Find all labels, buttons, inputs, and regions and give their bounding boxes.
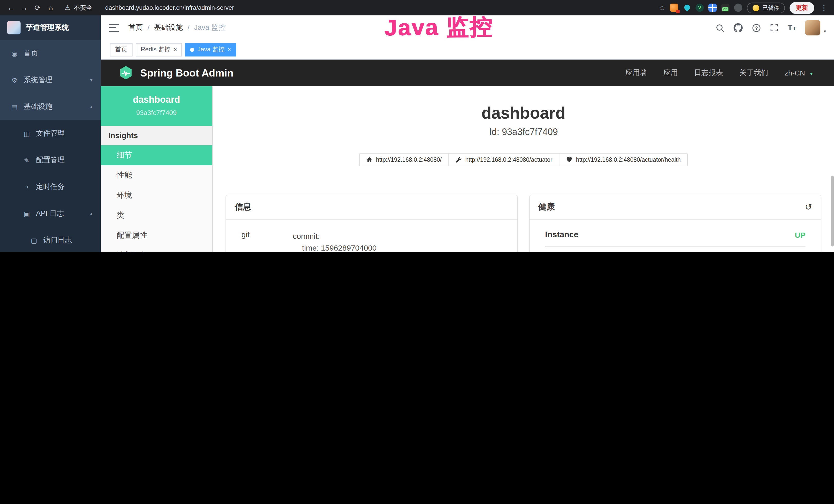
browser-menu-icon[interactable]: ⋮ (819, 4, 829, 12)
actuator-url: http://192.168.0.2:48080/actuator (465, 157, 552, 163)
close-icon[interactable]: × (227, 47, 231, 52)
health-instance-row[interactable]: Instance UP (545, 230, 806, 247)
doc-icon: ▢ (30, 236, 38, 244)
sba-locale-select[interactable]: zh-CN ▾ (785, 69, 813, 77)
home-icon: ◉ (10, 49, 19, 57)
github-icon[interactable] (733, 23, 743, 32)
sba-main-content: dashboard Id: 93a3fc7f7409 http://192.16… (213, 86, 834, 252)
git-info-row: git commit: time: 1596289704000 id: 27aa… (241, 230, 502, 252)
card-title: 健康 (539, 202, 555, 212)
browser-back-icon[interactable]: ← (5, 4, 17, 12)
chevron-down-icon: ▾ (810, 71, 813, 76)
profile-paused-chip[interactable]: 已暂停 (747, 2, 785, 13)
browser-reload-icon[interactable]: ⟳ (32, 4, 43, 12)
sidebar-item-label: 文件管理 (36, 129, 65, 138)
sba-item-classes[interactable]: 类 (101, 205, 212, 225)
sidebar-item-label: 系统管理 (24, 75, 52, 85)
user-avatar[interactable] (805, 20, 821, 36)
scrollbar-thumb[interactable] (831, 176, 834, 247)
breadcrumb-infrastructure[interactable]: 基础设施 (154, 23, 183, 32)
log-icon: ▣ (23, 210, 31, 217)
clock-icon: ◔ (23, 183, 31, 191)
search-icon[interactable] (716, 23, 724, 32)
tab-java-monitor[interactable]: Java 监控 × (185, 43, 236, 56)
sba-nav-wallboard[interactable]: 应用墙 (626, 68, 647, 77)
sba-app-id: 93a3fc7f7409 (106, 109, 207, 117)
breadcrumb-home[interactable]: 首页 (128, 23, 143, 32)
browser-forward-icon[interactable]: → (19, 4, 30, 12)
sba-brand-title[interactable]: Spring Boot Admin (140, 67, 234, 79)
sba-item-details[interactable]: 细节 (101, 145, 212, 165)
sidebar-item-config-mgmt[interactable]: ✎ 配置管理 (0, 147, 101, 174)
close-icon[interactable]: × (174, 47, 177, 52)
service-url-button[interactable]: http://192.168.0.2:48080/ (359, 153, 449, 166)
sidebar-item-system-mgmt[interactable]: ⚙ 系统管理 ▾ (0, 67, 101, 93)
sidebar-item-file-mgmt[interactable]: ◫ 文件管理 (0, 120, 101, 147)
app-sidebar: 芋道管理系统 ◉ 首页 ⚙ 系统管理 ▾ ▤ 基础设施 ▴ (0, 16, 101, 252)
sba-navbar: Spring Boot Admin 应用墙 应用 日志报表 关于我们 zh-CN… (101, 60, 834, 86)
sba-item-environment[interactable]: 环境 (101, 185, 212, 205)
bookmark-star-icon[interactable]: ☆ (659, 4, 665, 12)
browser-home-icon[interactable]: ⌂ (45, 4, 57, 12)
address-bar[interactable]: ⚠ 不安全 dashboard.yudao.iocoder.cn/infra/a… (65, 3, 657, 12)
chevron-down-icon: ▾ (90, 77, 92, 83)
health-card: 健康 ↺ Instance UP (530, 195, 821, 252)
chrome-update-button[interactable]: 更新 (790, 2, 814, 14)
sba-app-header[interactable]: dashboard 93a3fc7f7409 (101, 86, 212, 126)
page-title: dashboard (213, 104, 834, 123)
git-key: git (241, 230, 293, 252)
extension-badge (676, 10, 680, 13)
sba-logo-icon[interactable] (118, 65, 134, 81)
git-value: commit: time: 1596289704000 id: 27aa832 … (293, 230, 376, 252)
history-icon[interactable]: ↺ (805, 203, 812, 211)
sba-item-config-props[interactable]: 配置属性 (101, 225, 212, 246)
health-url-button[interactable]: http://192.168.0.2:48080/actuator/health (559, 153, 688, 166)
extension-paw-icon[interactable] (734, 4, 742, 12)
tab-label: 首页 (115, 45, 127, 54)
file-icon: ◫ (23, 130, 31, 137)
sidebar-item-home[interactable]: ◉ 首页 (0, 40, 101, 67)
status-badge: UP (795, 230, 806, 239)
extension-pin-icon[interactable] (683, 4, 691, 12)
gear-icon: ⚙ (10, 76, 19, 84)
sba-item-scheduled-tasks[interactable]: 计划任务 (101, 246, 212, 252)
tab-redis-monitor[interactable]: Redis 监控 × (136, 43, 182, 56)
security-warning-icon[interactable]: ⚠ (65, 4, 70, 11)
sidebar-item-label: API 日志 (36, 209, 64, 218)
fullscreen-icon[interactable] (770, 24, 778, 32)
wrench-icon (455, 157, 462, 163)
sidebar-item-access-logs[interactable]: ▢ 访问日志 (0, 227, 101, 252)
extension-fox-icon[interactable] (670, 4, 678, 12)
sidebar-item-label: 访问日志 (43, 236, 72, 245)
instance-links: http://192.168.0.2:48080/ http://192.168… (213, 153, 834, 166)
extension-grid-icon[interactable] (708, 4, 717, 12)
sba-nav-about[interactable]: 关于我们 (740, 68, 768, 77)
sba-nav-applications[interactable]: 应用 (663, 68, 678, 77)
chevron-up-icon: ▴ (90, 211, 92, 216)
edit-icon: ✎ (23, 156, 31, 164)
sidebar-menu: ◉ 首页 ⚙ 系统管理 ▾ ▤ 基础设施 ▴ ◫ 文件管理 (0, 40, 101, 252)
url-text[interactable]: dashboard.yudao.iocoder.cn/infra/admin-s… (105, 4, 234, 11)
sidebar-item-label: 基础设施 (24, 102, 52, 111)
tab-label: Java 监控 (198, 45, 224, 54)
locale-label: zh-CN (785, 69, 805, 77)
sidebar-item-scheduled-jobs[interactable]: ◔ 定时任务 (0, 174, 101, 200)
service-url: http://192.168.0.2:48080/ (376, 157, 442, 163)
header-actions: ? TT ▾ (716, 20, 826, 36)
breadcrumb: 首页 / 基础设施 / Java 监控 (128, 23, 226, 32)
sidebar-item-api-logs[interactable]: ▣ API 日志 ▴ (0, 200, 101, 227)
tab-home[interactable]: 首页 (110, 43, 133, 56)
sidebar-item-infrastructure[interactable]: ▤ 基础设施 ▴ (0, 93, 101, 120)
sba-item-metrics[interactable]: 性能 (101, 165, 212, 185)
help-icon[interactable]: ? (752, 23, 761, 32)
extension-on-icon[interactable]: on (721, 4, 729, 12)
extension-vue-icon[interactable]: V (696, 4, 704, 12)
actuator-url-button[interactable]: http://192.168.0.2:48080/actuator (448, 153, 559, 166)
browser-toolbar: ← → ⟳ ⌂ ⚠ 不安全 dashboard.yudao.iocoder.cn… (0, 0, 834, 16)
font-size-icon[interactable]: TT (788, 24, 796, 31)
svg-text:?: ? (755, 25, 758, 30)
avatar-caret-icon[interactable]: ▾ (824, 29, 826, 34)
sba-nav-journal[interactable]: 日志报表 (694, 68, 723, 77)
app-logo[interactable]: 芋道管理系统 (0, 16, 101, 40)
sidebar-toggle-icon[interactable] (109, 24, 119, 31)
